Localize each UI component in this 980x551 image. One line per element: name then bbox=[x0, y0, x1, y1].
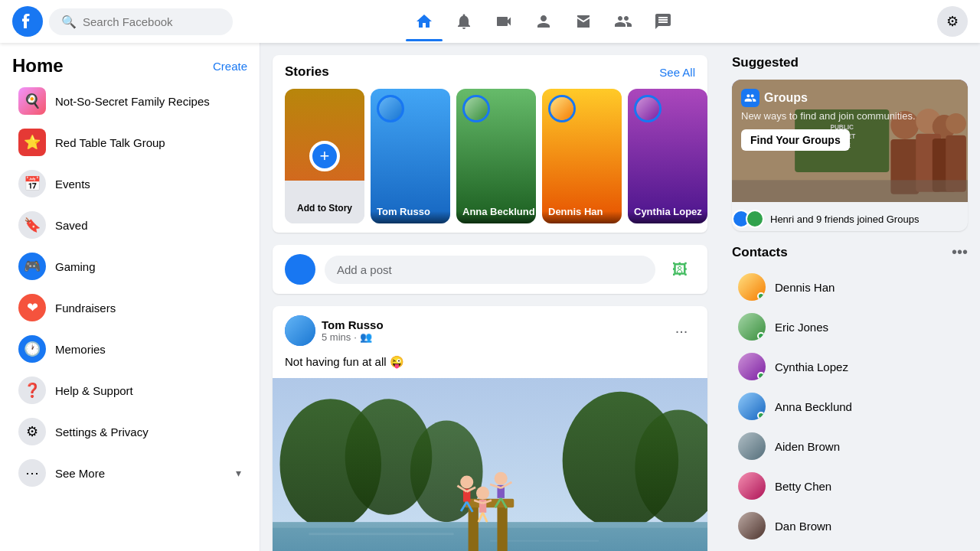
groups-card-background: PUBLIC MARKET CAFE Groups bbox=[732, 80, 968, 202]
post-user-info: Tom Russo 5 mins · 👥 bbox=[322, 318, 662, 343]
contact-name-cynthia-lopez: Cynthia Lopez bbox=[775, 360, 848, 373]
story-anna-becklund[interactable]: Anna Becklund bbox=[456, 89, 536, 223]
add-to-story-card[interactable]: Add to Story + bbox=[285, 89, 364, 223]
online-indicator-eric bbox=[757, 332, 765, 340]
contact-avatar-dennis-han bbox=[738, 273, 766, 301]
help-icon: ❓ bbox=[18, 377, 46, 404]
sidebar-header: Home Create bbox=[0, 49, 260, 80]
sidebar-item-settings[interactable]: ⚙ Settings & Privacy bbox=[6, 412, 253, 452]
nav-center bbox=[273, 3, 815, 40]
svg-point-14 bbox=[460, 476, 473, 489]
nav-left: 🔍 bbox=[12, 6, 273, 37]
contact-item-anna-becklund[interactable]: Anna Becklund bbox=[732, 386, 968, 426]
contact-name-dennis-han: Dennis Han bbox=[775, 281, 835, 294]
stories-row: Add to Story + Tom Russo bbox=[285, 89, 695, 223]
fundraisers-icon: ❤ bbox=[18, 294, 46, 321]
sidebar-item-gaming[interactable]: 🎮 Gaming bbox=[6, 246, 253, 286]
post-create-box[interactable]: Add a post 🖼 bbox=[273, 245, 707, 294]
sidebar-item-saved[interactable]: 🔖 Saved bbox=[6, 205, 253, 245]
search-input[interactable] bbox=[83, 15, 220, 28]
contacts-more-button[interactable]: ••• bbox=[952, 243, 968, 261]
top-navigation: 🔍 ⚙ bbox=[0, 0, 980, 43]
sidebar-home-title: Home bbox=[12, 55, 64, 76]
svg-rect-9 bbox=[309, 533, 453, 535]
nav-profile-button[interactable] bbox=[525, 3, 562, 40]
nav-messenger-button[interactable] bbox=[645, 3, 681, 40]
contact-item-aiden-brown[interactable]: Aiden Brown bbox=[732, 426, 968, 466]
add-story-plus-icon: + bbox=[309, 141, 340, 171]
nav-video-button[interactable] bbox=[485, 3, 522, 40]
contact-avatar-cynthia-lopez bbox=[738, 353, 766, 380]
add-story-label: Add to Story bbox=[297, 203, 352, 214]
red-table-icon: ⭐ bbox=[18, 129, 46, 156]
post-input-placeholder: Add a post bbox=[337, 263, 392, 276]
sidebar-item-events[interactable]: 📅 Events bbox=[6, 164, 253, 204]
sidebar-item-help[interactable]: ❓ Help & Support bbox=[6, 370, 253, 410]
sidebar-item-red-table-talk[interactable]: ⭐ Red Table Talk Group bbox=[6, 122, 253, 162]
svg-point-26 bbox=[476, 487, 489, 500]
nav-groups-button[interactable] bbox=[605, 3, 642, 40]
contact-item-dennis-han[interactable]: Dennis Han bbox=[732, 267, 968, 307]
post-audience-icon: 👥 bbox=[360, 331, 372, 343]
contact-item-dan-brown[interactable]: Dan Brown bbox=[732, 506, 968, 546]
contacts-title: Contacts bbox=[732, 245, 788, 260]
nav-bell-button[interactable] bbox=[446, 3, 482, 40]
post-more-button[interactable]: ··· bbox=[668, 317, 695, 344]
sidebar-item-memories[interactable]: 🕐 Memories bbox=[6, 329, 253, 369]
contact-item-eric-jones[interactable]: Eric Jones bbox=[732, 307, 968, 347]
story-cynthia-lopez[interactable]: Cynthia Lopez bbox=[628, 89, 707, 223]
groups-card: PUBLIC MARKET CAFE Groups bbox=[732, 80, 968, 231]
friend-avatar-2 bbox=[746, 210, 764, 228]
sidebar-item-see-more[interactable]: ⋯ See More ▾ bbox=[6, 453, 253, 493]
svg-rect-12 bbox=[497, 504, 507, 551]
see-more-chevron-icon: ▾ bbox=[236, 467, 241, 479]
facebook-logo[interactable] bbox=[12, 6, 43, 37]
story-tom-russo-name: Tom Russo bbox=[377, 206, 430, 217]
dennis-han-avatar bbox=[548, 95, 576, 122]
search-icon: 🔍 bbox=[61, 15, 77, 29]
story-dennis-han-name: Dennis Han bbox=[548, 206, 603, 217]
contact-avatar-anna-becklund bbox=[738, 393, 766, 420]
svg-point-20 bbox=[495, 472, 508, 485]
groups-description: New ways to find and join communities. bbox=[741, 110, 959, 122]
stories-header: Stories See All bbox=[285, 64, 695, 80]
story-tom-russo[interactable]: Tom Russo bbox=[371, 89, 450, 223]
nav-marketplace-button[interactable] bbox=[565, 3, 602, 40]
create-button[interactable]: Create bbox=[213, 60, 247, 73]
story-dennis-han[interactable]: Dennis Han bbox=[542, 89, 622, 223]
main-feed: Stories See All Add to Story + bbox=[260, 43, 720, 551]
find-groups-button[interactable]: Find Your Groups bbox=[741, 129, 850, 151]
contact-item-betty-chen[interactable]: Betty Chen bbox=[732, 466, 968, 506]
sidebar-gaming-label: Gaming bbox=[55, 260, 96, 273]
sidebar-not-so-secret-label: Not-So-Secret Family Recipes bbox=[55, 95, 210, 108]
post-input-bar[interactable]: Add a post bbox=[325, 256, 655, 284]
post-time: 5 mins bbox=[322, 331, 351, 343]
contact-avatar-aiden-brown bbox=[738, 432, 766, 460]
contact-item-cynthia-lopez[interactable]: Cynthia Lopez bbox=[732, 347, 968, 386]
settings-button[interactable]: ⚙ bbox=[937, 6, 968, 37]
sidebar-item-not-so-secret[interactable]: 🍳 Not-So-Secret Family Recipes bbox=[6, 81, 253, 121]
friends-joined-info: Henri and 9 friends joined Groups bbox=[732, 202, 968, 231]
nav-home-button[interactable] bbox=[406, 3, 443, 40]
post-header: Tom Russo 5 mins · 👥 ··· bbox=[273, 306, 707, 355]
groups-logo-icon bbox=[741, 89, 760, 107]
contact-avatar-betty-chen bbox=[738, 472, 766, 500]
stories-title: Stories bbox=[285, 64, 329, 80]
sidebar: Home Create 🍳 Not-So-Secret Family Recip… bbox=[0, 43, 260, 551]
online-indicator-anna bbox=[757, 412, 765, 419]
sidebar-events-label: Events bbox=[55, 178, 90, 191]
cynthia-lopez-avatar bbox=[634, 95, 662, 122]
sidebar-item-fundraisers[interactable]: ❤ Fundraisers bbox=[6, 288, 253, 328]
search-bar[interactable]: 🔍 bbox=[49, 8, 233, 35]
sidebar-help-label: Help & Support bbox=[55, 384, 133, 397]
groups-card-content: Groups New ways to find and join communi… bbox=[741, 89, 959, 151]
gaming-icon: 🎮 bbox=[18, 253, 46, 280]
contact-name-eric-jones: Eric Jones bbox=[775, 321, 828, 334]
post-photo-button[interactable]: 🖼 bbox=[665, 254, 695, 285]
stories-see-all-button[interactable]: See All bbox=[659, 66, 695, 79]
contact-avatar-dan-brown bbox=[738, 512, 766, 540]
settings-privacy-icon: ⚙ bbox=[18, 418, 46, 445]
sidebar-settings-label: Settings & Privacy bbox=[55, 425, 149, 439]
post-image bbox=[273, 378, 707, 551]
current-user-avatar bbox=[285, 254, 315, 285]
